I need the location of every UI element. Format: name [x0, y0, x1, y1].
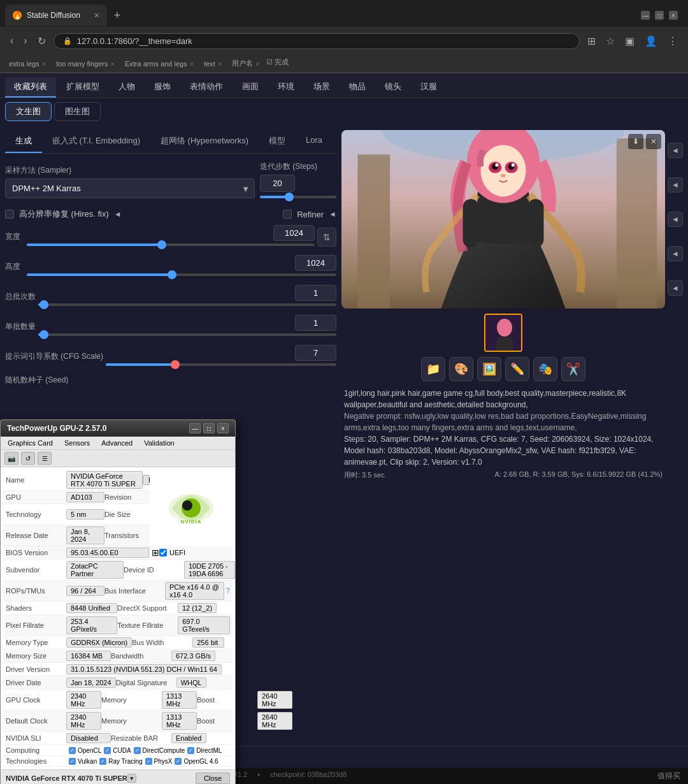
gen-tab-hypernetwork[interactable]: 超网络 (Hypernetworks): [150, 130, 259, 153]
extra-tab-item[interactable]: Extra arms and legs ×: [121, 57, 197, 69]
browser-tab-stable-diffusion[interactable]: 🔥 Stable Diffusion ×: [5, 4, 107, 26]
right-panel: ⬇ ✕: [341, 130, 683, 483]
extra-tab-item[interactable]: text ×: [200, 57, 226, 69]
send-to-img2img-button[interactable]: ◄: [668, 143, 683, 158]
right-side-layout: ⬇ ✕: [341, 130, 683, 483]
gen-tab-generate[interactable]: 生成: [5, 130, 42, 153]
download-image-button[interactable]: ⬇: [628, 134, 643, 149]
back-button[interactable]: ‹: [8, 33, 16, 49]
steps-info-text: Steps: 20, Sampler: DPM++ 2M Karras, CFG…: [344, 433, 663, 468]
extra-tab-item[interactable]: too many fingers ×: [52, 57, 118, 69]
gpuz-close-window-btn[interactable]: Close: [196, 773, 230, 784]
gpuz-dropdown-btn[interactable]: ▼: [127, 774, 136, 783]
steps-input[interactable]: 20: [260, 175, 295, 192]
batch-count-slider[interactable]: [38, 303, 336, 306]
extra-tabs-row: extra legs × too many fingers × Extra ar…: [0, 55, 688, 73]
gpuz-menu-validation[interactable]: Validation: [142, 439, 176, 447]
cat-tab-characters[interactable]: 人物: [110, 77, 144, 98]
sampler-select[interactable]: DPM++ 2M Karras Euler a: [5, 178, 255, 198]
gpuz-minimize-btn[interactable]: —: [189, 423, 201, 433]
close-window-button[interactable]: ×: [669, 11, 678, 20]
minimize-button[interactable]: —: [641, 11, 650, 20]
refresh-button[interactable]: ↻: [35, 33, 48, 50]
close-image-button[interactable]: ✕: [646, 134, 661, 149]
cat-tab-scene[interactable]: 画面: [233, 77, 268, 98]
crop-button[interactable]: ✂️: [561, 357, 585, 381]
gpuz-refresh-btn[interactable]: ↺: [21, 452, 35, 465]
menu-button[interactable]: ⋮: [665, 33, 680, 50]
cat-tab-lens[interactable]: 镜头: [376, 77, 410, 98]
gpuz-win-controls: — □ ×: [189, 423, 229, 433]
gpuz-maximize-btn[interactable]: □: [203, 423, 215, 433]
open-folder-button[interactable]: 📁: [421, 357, 445, 381]
width-slider[interactable]: [27, 243, 315, 246]
cat-tab-items[interactable]: 物品: [340, 77, 375, 98]
batch-count-input[interactable]: [295, 285, 336, 301]
hires-fix-toggle[interactable]: ◄: [114, 210, 122, 219]
height-slider[interactable]: [27, 273, 336, 276]
bios-copy-icon[interactable]: ⊞: [152, 548, 159, 558]
sidebar-button[interactable]: ▣: [622, 33, 637, 50]
style-button[interactable]: 🎨: [449, 357, 473, 381]
gpuz-close-btn[interactable]: ×: [217, 423, 229, 433]
gpuz-menu-sensors[interactable]: Sensors: [62, 439, 92, 447]
batch-size-input[interactable]: [295, 315, 336, 331]
steps-slider[interactable]: [260, 196, 336, 198]
gpuz-menu-graphics-card[interactable]: Graphics Card: [6, 439, 55, 447]
send-to-extras-button[interactable]: ◄: [668, 212, 683, 227]
batch-size-slider[interactable]: [38, 333, 336, 336]
new-tab-button[interactable]: +: [108, 6, 126, 24]
refiner-toggle[interactable]: ◄: [329, 210, 336, 219]
gpuz-row-bios: BIOS Version 95.03.45.00.E0 ⊞ UEFI: [3, 546, 233, 560]
separator3: •: [257, 771, 260, 781]
gpuz-row-default-clock: Default Clock 2340 MHz Memory 1313 MHz B…: [3, 711, 233, 732]
send-to-button[interactable]: 🖼️: [477, 357, 501, 381]
gpuz-value-name: NVIDIA GeForce RTX 4070 Ti SUPER: [66, 471, 143, 489]
uefi-checkbox[interactable]: [159, 549, 167, 556]
forward-button[interactable]: ›: [21, 33, 29, 49]
tab-img2img[interactable]: 图生图: [54, 102, 101, 121]
swap-dimensions-button[interactable]: ⇅: [317, 228, 336, 247]
extra-tab-item[interactable]: 用户名 ×: [228, 57, 263, 69]
height-input[interactable]: 1024: [295, 255, 336, 271]
gpuz-menu-btn[interactable]: ☰: [38, 452, 52, 465]
nvidia-logo-svg: NVIDIA: [166, 490, 217, 525]
tab-close-btn[interactable]: ×: [94, 10, 99, 20]
translate-button[interactable]: ⊞: [585, 33, 598, 50]
edit-button[interactable]: ✏️: [505, 357, 529, 381]
profile-button[interactable]: 👤: [642, 33, 660, 50]
cat-tab-favorites[interactable]: 收藏列表: [5, 77, 56, 98]
cat-tab-environment[interactable]: 环境: [269, 77, 303, 98]
send-to-inpaint-button[interactable]: ◄: [668, 177, 683, 192]
extra-tab-item[interactable]: extra legs ×: [5, 57, 50, 69]
gpuz-menu-advanced[interactable]: Advanced: [99, 439, 134, 447]
gpuz-screenshot-btn[interactable]: 📷: [4, 452, 18, 465]
svg-rect-16: [527, 199, 543, 247]
hires-fix-checkbox[interactable]: [5, 210, 14, 219]
address-bar[interactable]: 🔒 127.0.0.1:7860/?__theme=dark: [54, 33, 580, 49]
cfg-scale-input[interactable]: [295, 345, 336, 361]
mask-button[interactable]: 🎭: [533, 357, 557, 381]
cfg-scale-slider[interactable]: [106, 363, 336, 366]
cat-tab-expressions[interactable]: 表情动作: [181, 77, 232, 98]
refiner-checkbox[interactable]: [283, 210, 292, 219]
gpuz-toolbar: 📷 ↺ ☰: [1, 450, 235, 467]
send-to-other-button[interactable]: ◄: [668, 280, 683, 296]
cat-tab-location[interactable]: 场景: [305, 77, 339, 98]
gen-tab-embedding[interactable]: 嵌入式 (T.I. Embedding): [42, 130, 150, 153]
cat-tab-extensions[interactable]: 扩展模型: [57, 77, 108, 98]
thumbnail-image[interactable]: [484, 314, 522, 352]
cat-tab-clothing[interactable]: 服饰: [145, 77, 180, 98]
maximize-button[interactable]: □: [655, 11, 664, 20]
address-bar-row: ‹ › ↻ 🔒 127.0.0.1:7860/?__theme=dark ⊞ ☆…: [0, 27, 688, 55]
gpuz-titlebar: TechPowerUp GPU-Z 2.57.0 — □ ×: [1, 420, 235, 437]
tab-txt2img[interactable]: 文生图: [5, 102, 52, 121]
bus-info-icon[interactable]: ?: [226, 586, 230, 595]
gpuz-value-subvendor: ZotacPC Partner: [66, 561, 124, 579]
width-input[interactable]: 1024: [273, 225, 315, 241]
bookmark-button[interactable]: ☆: [603, 33, 617, 50]
cat-tab-hanfu[interactable]: 汉服: [412, 77, 446, 98]
send-to-control-button[interactable]: ◄: [668, 246, 683, 261]
gen-tab-lora[interactable]: Lora: [296, 130, 333, 153]
gen-tab-model[interactable]: 模型: [259, 130, 296, 153]
